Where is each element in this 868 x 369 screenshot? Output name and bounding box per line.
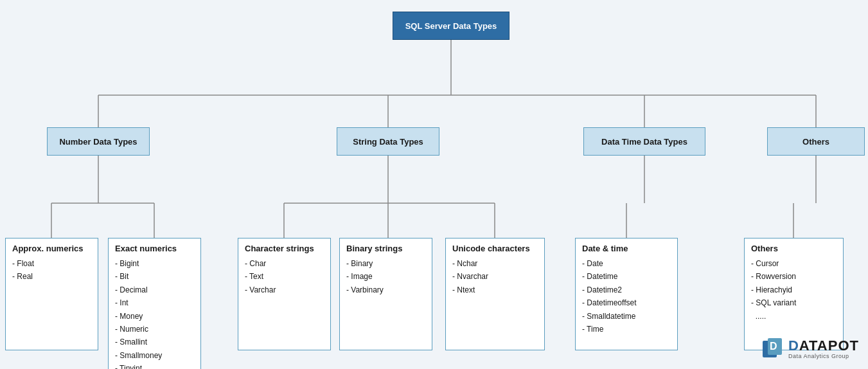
others-leaf-items: - Cursor- Rowversion- Hierachyid- SQL va… bbox=[751, 257, 837, 323]
binarystrings-items: - Binary- Image- Varbinary bbox=[346, 257, 425, 296]
logo-text: DATAPOT Data Analytics Group bbox=[788, 338, 859, 360]
datetime-node: Data Time Data Types bbox=[583, 127, 705, 156]
logo-name: DATAPOT bbox=[788, 338, 859, 354]
svg-text:D: D bbox=[770, 341, 777, 352]
unicode-items: - Nchar- Nvarchar- Ntext bbox=[452, 257, 538, 296]
logo-sub: Data Analytics Group bbox=[788, 354, 859, 360]
string-node: String Data Types bbox=[337, 127, 439, 156]
datetime-leaf-title: Date & time bbox=[582, 244, 671, 253]
diagram: SQL Server Data Types Number Data Types … bbox=[0, 0, 868, 369]
binarystrings-title: Binary strings bbox=[346, 244, 425, 253]
others-leaf-title: Others bbox=[751, 244, 837, 253]
logo: D DATAPOT Data Analytics Group bbox=[761, 337, 859, 361]
approx-leaf: Approx. numerics - Float- Real bbox=[5, 238, 98, 350]
datetime-leaf: Date & time - Date- Datetime- Datetime2-… bbox=[575, 238, 678, 350]
charstrings-leaf: Character strings - Char- Text- Varchar bbox=[238, 238, 331, 350]
charstrings-items: - Char- Text- Varchar bbox=[245, 257, 324, 296]
logo-d: D bbox=[788, 338, 799, 354]
root-label: SQL Server Data Types bbox=[405, 21, 497, 31]
exact-items: - Bigint- Bit- Decimal- Int- Money- Nume… bbox=[115, 257, 194, 369]
logo-name-text: ATAPOT bbox=[799, 338, 859, 354]
charstrings-title: Character strings bbox=[245, 244, 324, 253]
binarystrings-leaf: Binary strings - Binary- Image- Varbinar… bbox=[339, 238, 432, 350]
others-mid-node: Others bbox=[767, 127, 865, 156]
exact-title: Exact numerics bbox=[115, 244, 194, 253]
string-label: String Data Types bbox=[353, 137, 423, 147]
unicode-leaf: Unicode characters - Nchar- Nvarchar- Nt… bbox=[445, 238, 545, 350]
approx-title: Approx. numerics bbox=[12, 244, 91, 253]
logo-icon: D bbox=[761, 337, 786, 361]
approx-items: - Float- Real bbox=[12, 257, 91, 284]
datetime-label: Data Time Data Types bbox=[601, 137, 687, 147]
exact-leaf: Exact numerics - Bigint- Bit- Decimal- I… bbox=[108, 238, 201, 369]
root-node: SQL Server Data Types bbox=[393, 12, 509, 40]
others-mid-label: Others bbox=[802, 137, 829, 147]
datetime-leaf-items: - Date- Datetime- Datetime2- Datetimeoff… bbox=[582, 257, 671, 336]
others-leaf: Others - Cursor- Rowversion- Hierachyid-… bbox=[744, 238, 844, 350]
number-label: Number Data Types bbox=[59, 137, 137, 147]
unicode-title: Unicode characters bbox=[452, 244, 538, 253]
number-node: Number Data Types bbox=[47, 127, 150, 156]
